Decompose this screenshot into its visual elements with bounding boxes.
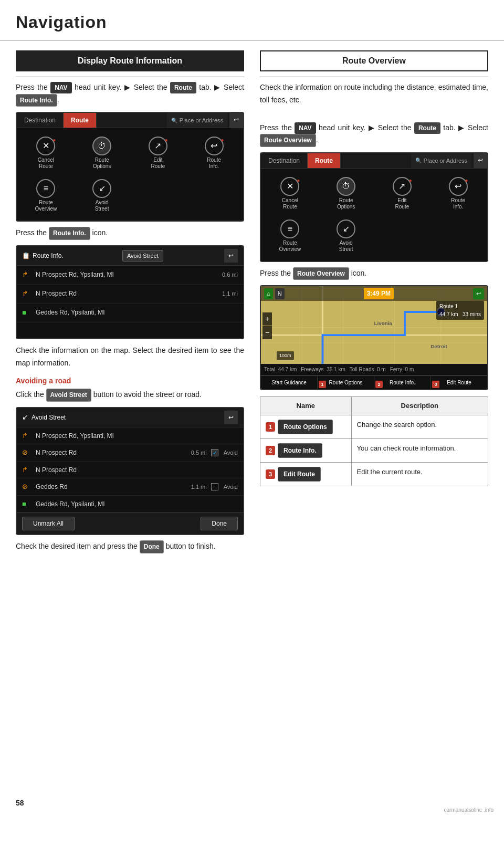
zoom-in-btn[interactable]: + <box>262 312 272 326</box>
avoid-checkbox-2[interactable]: ✓ <box>211 449 218 456</box>
avoid-row-3: ↱ N Prospect Rd <box>17 462 243 479</box>
avoid-row-4: ⊘ Geddes Rd 1.1 mi Avoid <box>17 478 243 496</box>
dest-icon-1: ■ <box>22 307 32 318</box>
footer-watermark: carmanualsoline .info <box>444 806 494 814</box>
edit-route-icon-right[interactable]: ↗● EditRoute <box>375 174 429 213</box>
page-title: Navigation <box>16 13 107 32</box>
avoid-row-distance-2: 0.5 mi <box>191 448 207 457</box>
stat-tollroads: Toll Roads 0 m <box>350 365 386 373</box>
screen-icons-grid: ✕● CancelRoute ⏱ RouteOptions ↗● EditRou… <box>17 128 243 175</box>
route-badge-left: Route <box>170 82 196 93</box>
route-info-text-3: Geddes Rd, Ypsilanti, MI <box>36 308 234 317</box>
screen-search-right: 🔍 Place or Address <box>411 153 471 168</box>
edit-route-num: 3 <box>432 381 439 388</box>
table-name-3: 3 Edit Route <box>260 462 352 486</box>
avoid-dest-text: Geddes Rd, Ypsilanti, MI <box>36 499 105 509</box>
routeinfo-badge-left: Route Info. <box>16 94 57 107</box>
avoid-row-text-4: Geddes Rd <box>36 482 187 492</box>
right-column: Route Overview Check the information on … <box>260 50 488 558</box>
avoiding-title: Avoiding a road <box>16 375 244 386</box>
tab-route[interactable]: Route <box>64 113 97 128</box>
screen-back-btn[interactable]: ↩ <box>229 113 243 128</box>
screen-search: 🔍 Place or Address <box>167 113 227 128</box>
route-info-screen: 📋 Route Info. Avoid Street ↩ ↱ N Prospec… <box>16 245 244 339</box>
avoid-row-1: ↱ N Prospect Rd, Ypsilanti, MI <box>17 427 243 445</box>
map-time: 3:49 PM <box>364 288 394 299</box>
screen-second-row-right: ≡ RouteOverview ↙ AvoidStreet <box>261 215 487 261</box>
avoid-street-icon[interactable]: ↙ AvoidStreet <box>75 176 129 215</box>
avoid-turn-icon-2: ↱ <box>22 465 32 475</box>
avoid-screen-title: Avoid Street <box>32 413 66 422</box>
unmark-all-btn[interactable]: Unmark All <box>22 517 75 530</box>
edit-route-map-btn[interactable]: Edit Route3 <box>431 376 487 389</box>
zoom-out-btn[interactable]: − <box>262 326 272 339</box>
avoid-street-icon-right[interactable]: ↙ AvoidStreet <box>319 216 373 256</box>
row2-num-badge: 2 <box>266 446 275 455</box>
step1-text: Press the NAV head unit key. ▶ Select th… <box>16 81 244 107</box>
route-info-row-2: ↱ N Prospect Rd 1.1 mi <box>17 285 243 304</box>
avoid-street-btn[interactable]: Avoid Street <box>122 250 163 262</box>
map-back-btn[interactable]: ↩ <box>473 288 484 299</box>
right-step2-text: Press the Route Overview icon. <box>260 267 488 280</box>
routeinfo-badge-step2: Route Info. <box>49 227 90 239</box>
route-info-back[interactable]: ↩ <box>224 249 238 263</box>
route-badge-right: Route <box>414 122 440 134</box>
start-guidance-btn[interactable]: Start Guidance <box>261 376 318 389</box>
map-bottom-bar: Total 44.7 km Freeways 35.1 km Toll Road… <box>261 364 487 389</box>
cancel-route-icon-right[interactable]: ✕● CancelRoute <box>263 174 317 213</box>
route-info-map-btn[interactable]: Route Info.2 <box>374 376 431 389</box>
map-home-btn[interactable]: ⌂ <box>264 288 273 299</box>
done-btn[interactable]: Done <box>201 517 238 530</box>
route-info-num: 2 <box>375 381 383 388</box>
tab-destination-right[interactable]: Destination <box>261 153 308 168</box>
table-header-name: Name <box>260 397 352 415</box>
avoid-screen-back-btn[interactable]: ↩ <box>224 411 238 424</box>
nav-badge-left: NAV <box>50 82 71 93</box>
screen-icons-grid-right: ✕● CancelRoute ⏱ RouteOptions ↗● EditRou… <box>261 169 487 215</box>
table-desc-2: You can check route information. <box>351 438 488 462</box>
tab-route-right[interactable]: Route <box>308 153 341 168</box>
route-options-map-btn[interactable]: Route Options1 <box>318 376 374 389</box>
avoid-dash-icon-2: ⊘ <box>22 482 32 492</box>
map-scale: 100m <box>277 351 294 361</box>
route-info-icon-right[interactable]: ↩● RouteInfo. <box>431 174 485 213</box>
route-info-icon[interactable]: ↩● RouteInfo. <box>187 133 241 173</box>
avoid-screen: ↙ Avoid Street ↩ ↱ N Prospect Rd, Ypsila… <box>16 407 244 536</box>
map-top-bar: ⌂ N 3:49 PM ↩ <box>261 286 487 301</box>
route-options-icon-right[interactable]: ⏱ RouteOptions <box>319 174 373 213</box>
stat-total: Total 44.7 km <box>264 365 297 373</box>
route-options-num: 1 <box>319 381 326 388</box>
route-info-row-3: ■ Geddes Rd, Ypsilanti, MI <box>17 304 243 322</box>
tab-destination[interactable]: Destination <box>17 113 64 128</box>
route-info-title-icon: 📋 <box>22 251 30 260</box>
route-overview-intro: Check the information on route including… <box>260 81 488 107</box>
table-name-2: 2 Route Info. <box>260 438 352 462</box>
map-n-btn[interactable]: N <box>275 288 285 299</box>
avoid-label-2: Avoid <box>224 448 238 457</box>
table-name-1: 1 Route Options <box>260 415 352 438</box>
route-overview-section-header: Route Overview <box>260 50 488 71</box>
screen-second-row: ≡ RouteOverview ↙ AvoidStreet <box>17 175 243 221</box>
screen-back-btn-right[interactable]: ↩ <box>474 153 487 168</box>
route-info-text-2: N Prospect Rd <box>36 289 218 298</box>
map-buttons-row: Start Guidance Route Options1 Route Info… <box>261 375 487 389</box>
row2-name-badge: Route Info. <box>278 443 322 458</box>
route-info-row-1: ↱ N Prospect Rd, Ypsilanti, MI 0.6 mi <box>17 266 243 285</box>
route-overview-icon[interactable]: ≡ RouteOverview <box>19 176 73 215</box>
avoid-back-icon[interactable]: ↙ <box>22 412 28 423</box>
avoid-footer: Unmark All Done <box>17 513 243 534</box>
cancel-route-icon[interactable]: ✕● CancelRoute <box>19 133 73 173</box>
route-options-icon[interactable]: ⏱ RouteOptions <box>75 133 129 173</box>
zoom-controls: + − <box>262 312 272 339</box>
svg-text:Livonia: Livonia <box>374 320 393 326</box>
edit-route-icon[interactable]: ↗● EditRoute <box>131 133 185 173</box>
right-step1-text: Press the NAV head unit key. ▶ Select th… <box>260 122 488 147</box>
route-overview-icon-right[interactable]: ≡ RouteOverview <box>263 216 317 256</box>
check-text: Check the information on the map. Select… <box>16 344 244 370</box>
screen-mockup-right: Destination Route 🔍 Place or Address ↩ ✕… <box>260 152 488 262</box>
page-header: Navigation <box>0 0 504 41</box>
search-icon: 🔍 <box>171 117 177 124</box>
table-row-3: 3 Edit Route Edit the current route. <box>260 462 488 486</box>
avoid-checkbox-4[interactable] <box>211 483 218 490</box>
stat-ferry: Ferry 0 m <box>390 365 414 373</box>
